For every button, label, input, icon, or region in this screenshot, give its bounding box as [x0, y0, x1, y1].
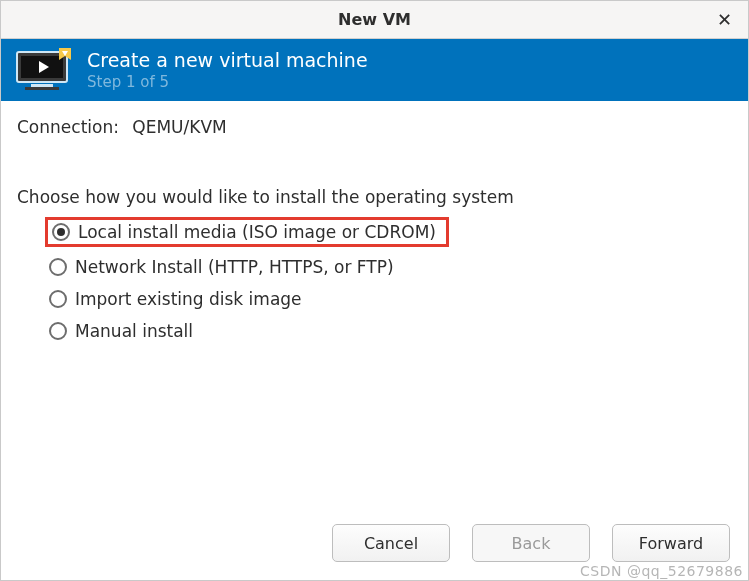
option-import-disk[interactable]: Import existing disk image	[45, 287, 732, 311]
radio-icon	[49, 290, 67, 308]
cancel-button[interactable]: Cancel	[332, 524, 450, 562]
forward-button[interactable]: Forward	[612, 524, 730, 562]
option-network-install[interactable]: Network Install (HTTP, HTTPS, or FTP)	[45, 255, 732, 279]
window-title: New VM	[338, 10, 411, 29]
banner-step: Step 1 of 5	[87, 73, 368, 91]
close-icon[interactable]: ✕	[717, 11, 732, 29]
titlebar: New VM ✕	[1, 1, 748, 39]
connection-row: Connection: QEMU/KVM	[17, 117, 732, 137]
content-area: Connection: QEMU/KVM Choose how you woul…	[1, 101, 748, 524]
option-label: Manual install	[75, 321, 193, 341]
svg-rect-3	[31, 84, 53, 87]
install-options: Local install media (ISO image or CDROM)…	[17, 217, 732, 343]
footer-buttons: Cancel Back Forward	[1, 524, 748, 580]
connection-value: QEMU/KVM	[132, 117, 226, 137]
option-local-install[interactable]: Local install media (ISO image or CDROM)	[45, 217, 449, 247]
svg-rect-4	[25, 87, 59, 90]
banner-text: Create a new virtual machine Step 1 of 5	[87, 49, 368, 92]
dialog-window: New VM ✕ Create a new virtual machine St…	[0, 0, 749, 581]
option-label: Local install media (ISO image or CDROM)	[78, 222, 436, 242]
install-prompt: Choose how you would like to install the…	[17, 187, 732, 207]
option-label: Import existing disk image	[75, 289, 302, 309]
banner-heading: Create a new virtual machine	[87, 49, 368, 73]
radio-icon	[49, 322, 67, 340]
monitor-icon	[15, 48, 73, 92]
wizard-banner: Create a new virtual machine Step 1 of 5	[1, 39, 748, 101]
connection-label: Connection:	[17, 117, 119, 137]
radio-icon	[52, 223, 70, 241]
radio-icon	[49, 258, 67, 276]
back-button: Back	[472, 524, 590, 562]
option-label: Network Install (HTTP, HTTPS, or FTP)	[75, 257, 394, 277]
option-manual-install[interactable]: Manual install	[45, 319, 732, 343]
